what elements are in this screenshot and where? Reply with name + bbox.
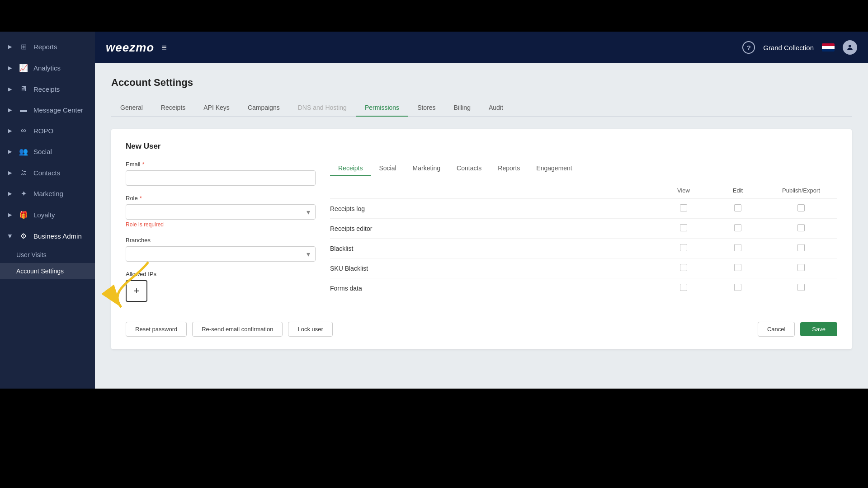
page-title: Account Settings [111,77,852,89]
required-star: * [142,161,145,168]
tab-billing[interactable]: Billing [445,99,480,117]
message-center-icon: ▬ [19,106,28,114]
perm-tab-contacts[interactable]: Contacts [448,161,490,176]
perm-row-name: Forms data [330,285,656,292]
edit-checkbox-blacklist[interactable] [734,244,741,251]
perm-tab-marketing[interactable]: Marketing [405,161,448,176]
chevron-right-icon: ▶ [8,170,12,176]
main-tabs: General Receipts API Keys Campaigns DNS … [111,99,852,117]
publish-checkbox-sku-blacklist[interactable] [797,264,805,271]
lock-user-button[interactable]: Lock user [288,322,332,337]
help-button[interactable]: ? [742,41,755,54]
view-checkbox-sku-blacklist[interactable] [680,264,687,271]
edit-checkbox-receipts-editor[interactable] [734,224,741,231]
perm-tab-reports[interactable]: Reports [490,161,528,176]
publish-checkbox-receipts-editor[interactable] [797,224,805,231]
chevron-right-icon: ▶ [8,149,12,155]
col-view: View [656,187,711,194]
view-checkbox-receipts-editor[interactable] [680,224,687,231]
user-avatar[interactable] [843,40,857,55]
perm-row-name: SKU Blacklist [330,265,656,272]
publish-checkbox-receipts-log[interactable] [797,204,805,211]
branches-select[interactable] [126,246,316,262]
perm-tab-social[interactable]: Social [371,161,404,176]
role-select[interactable] [126,204,316,220]
sidebar-item-label: Reports [33,43,57,51]
col-edit: Edit [711,187,765,194]
reports-icon: ⊞ [19,42,28,51]
sidebar-item-label: Analytics [33,64,61,72]
cancel-button[interactable]: Cancel [758,322,795,337]
publish-checkbox-blacklist[interactable] [797,244,805,251]
sidebar-item-label: Business Admin [33,232,82,240]
edit-checkbox-forms-data[interactable] [734,284,741,291]
logo: weezmo [106,41,154,55]
chevron-right-icon: ▶ [8,212,12,218]
chevron-right-icon: ▶ [8,44,12,50]
role-error: Role is required [126,221,316,228]
form-left: Email * Role * [126,161,316,311]
email-input[interactable] [126,170,316,186]
role-field-group: Role * Role is required [126,195,316,228]
chevron-right-icon: ▶ [8,128,12,134]
permissions-tabs: Receipts Social Marketing Contacts Repor… [330,161,837,176]
tab-api-keys[interactable]: API Keys [194,99,239,117]
tab-receipts[interactable]: Receipts [152,99,194,117]
sidebar-item-label: ROPO [33,127,53,135]
sidebar-item-label: Receipts [33,85,60,93]
view-checkbox-blacklist[interactable] [680,244,687,251]
chevron-right-icon: ▶ [8,107,12,113]
sidebar-item-receipts[interactable]: ▶ 🖥 Receipts [0,79,95,99]
perm-tab-engagement[interactable]: Engagement [528,161,580,176]
marketing-icon: ✦ [19,189,28,198]
perm-tab-receipts[interactable]: Receipts [330,161,371,176]
social-icon: 👥 [19,147,28,156]
view-checkbox-forms-data[interactable] [680,284,687,291]
perm-row-receipts-editor: Receipts editor [330,218,837,238]
svg-point-0 [849,45,851,47]
sidebar-item-loyalty[interactable]: ▶ 🎁 Loyalty [0,204,95,225]
sidebar-item-marketing[interactable]: ▶ ✦ Marketing [0,183,95,204]
add-ip-button[interactable]: + [126,280,147,302]
required-star: * [140,195,142,202]
tab-permissions[interactable]: Permissions [356,99,408,117]
sidebar-item-contacts[interactable]: ▶ 🗂 Contacts [0,162,95,183]
sidebar-item-social[interactable]: ▶ 👥 Social [0,141,95,162]
sidebar-item-message-center[interactable]: ▶ ▬ Message Center [0,99,95,120]
permissions-table-header: View Edit Publish/Export [330,184,837,198]
sidebar-item-label: Marketing [33,190,63,197]
sidebar-item-ropo[interactable]: ▶ ∞ ROPO [0,120,95,141]
allowed-ips-label: Allowed IPs [126,271,316,277]
analytics-icon: 📈 [19,64,28,72]
edit-checkbox-sku-blacklist[interactable] [734,264,741,271]
sidebar-item-label: Loyalty [33,211,55,219]
sidebar-item-label: Contacts [33,169,60,177]
branches-field-group: Branches [126,237,316,262]
save-button[interactable]: Save [800,322,837,336]
hamburger-menu-icon[interactable]: ≡ [161,42,167,53]
tab-campaigns[interactable]: Campaigns [239,99,289,117]
main-content: Account Settings General Receipts API Ke… [95,63,868,389]
allowed-ips-field-group: Allowed IPs + [126,271,316,302]
country-flag [822,43,835,52]
sidebar-sub-item-user-visits[interactable]: User Visits [0,247,95,263]
action-bar: Reset password Re-send email confirmatio… [126,322,837,337]
resend-email-button[interactable]: Re-send email confirmation [192,322,283,337]
edit-checkbox-receipts-log[interactable] [734,204,741,211]
publish-checkbox-forms-data[interactable] [797,284,805,291]
chevron-right-icon: ▶ [8,86,12,92]
form-right: Receipts Social Marketing Contacts Repor… [330,161,837,311]
sidebar-sub-label: User Visits [16,251,47,258]
sidebar-item-business-admin[interactable]: ▶ ⚙ Business Admin [0,225,95,247]
tab-audit[interactable]: Audit [480,99,512,117]
sidebar-item-analytics[interactable]: ▶ 📈 Analytics [0,57,95,79]
sidebar: ▶ ⊞ Reports ▶ 📈 Analytics ▶ 🖥 Receipts ▶… [0,32,95,389]
sidebar-sub-item-account-settings[interactable]: Account Settings [0,263,95,279]
reset-password-button[interactable]: Reset password [126,322,187,337]
email-field-group: Email * [126,161,316,186]
sidebar-item-reports[interactable]: ▶ ⊞ Reports [0,36,95,57]
tab-stores[interactable]: Stores [408,99,444,117]
permissions-card: New User Email * Rol [111,129,852,349]
tab-general[interactable]: General [111,99,152,117]
view-checkbox-receipts-log[interactable] [680,204,687,211]
